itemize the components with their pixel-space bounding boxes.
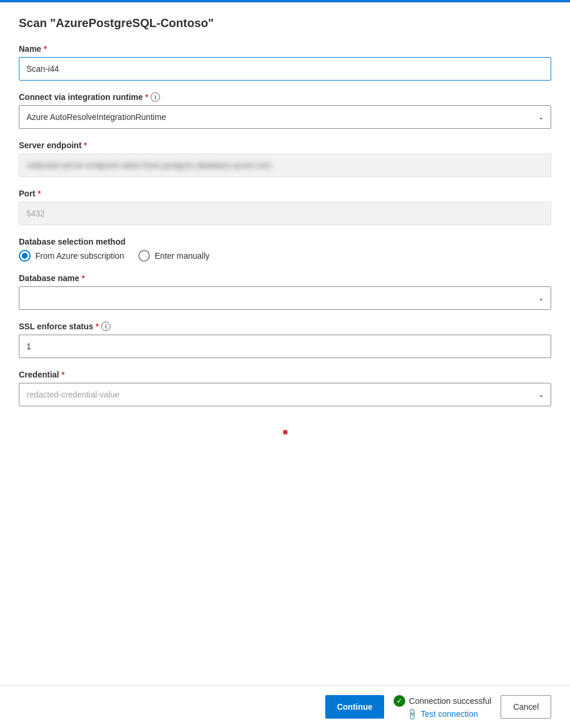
credential-select[interactable]: redacted-credential-value [19,383,551,406]
ssl-required-star: * [96,322,99,331]
connect-runtime-info-icon: i [151,92,160,102]
port-value: 5432 [26,209,544,218]
credential-label: Credential * [19,370,551,379]
radio-from-azure-inner [22,253,28,259]
server-endpoint-input: redacted-server-endpoint-value-here.post… [19,153,551,177]
credential-required-star: * [61,370,64,379]
test-connection-button[interactable]: 🔗 Test connection [407,709,478,719]
connection-success-indicator: ✓ Connection successful [394,695,491,707]
dot-indicator-area [19,418,551,446]
db-name-label: Database name * [19,273,551,283]
db-selection-radio-group: From Azure subscription Enter manually [19,250,551,262]
db-name-select-wrapper: ⌄ [19,286,551,310]
page-title: Scan "AzurePostgreSQL-Contoso" [19,16,551,30]
ssl-input[interactable] [19,335,551,358]
server-endpoint-value: redacted-server-endpoint-value-here.post… [26,161,544,170]
connect-runtime-required-star: * [145,92,148,102]
port-input: 5432 [19,202,551,225]
success-check-icon: ✓ [394,695,405,707]
radio-enter-manually[interactable]: Enter manually [138,250,209,262]
continue-button[interactable]: Continue [325,695,385,719]
credential-field-group: Credential * redacted-credential-value ⌄ [19,370,551,406]
connect-runtime-select[interactable]: Azure AutoResolveIntegrationRuntime [19,105,551,129]
test-connection-icon: 🔗 [405,707,419,720]
name-required-star: * [44,44,46,54]
ssl-field-group: SSL enforce status * i [19,322,551,358]
db-name-select[interactable] [19,286,551,310]
cancel-button[interactable]: Cancel [501,695,551,719]
main-content: Scan "AzurePostgreSQL-Contoso" Name * Co… [0,2,570,685]
ssl-info-icon: i [101,322,111,331]
radio-from-azure-label: From Azure subscription [35,251,124,261]
radio-from-azure-outer[interactable] [19,250,31,262]
port-field-group: Port * 5432 [19,189,551,225]
name-field-group: Name * [19,44,551,81]
server-endpoint-required-star: * [84,141,87,150]
name-label: Name * [19,44,551,54]
footer-center: ✓ Connection successful 🔗 Test connectio… [394,695,491,719]
connect-runtime-field-group: Connect via integration runtime * i Azur… [19,92,551,129]
footer: Continue ✓ Connection successful 🔗 Test … [0,685,570,728]
credential-select-wrapper: redacted-credential-value ⌄ [19,383,551,406]
db-selection-label: Database selection method [19,237,551,246]
server-endpoint-field-group: Server endpoint * redacted-server-endpoi… [19,141,551,177]
radio-enter-manually-outer[interactable] [138,250,150,262]
connect-runtime-label: Connect via integration runtime * i [19,92,551,102]
ssl-label: SSL enforce status * i [19,322,551,331]
db-name-field-group: Database name * ⌄ [19,273,551,310]
radio-enter-manually-label: Enter manually [155,251,209,261]
dot-indicator [283,430,288,435]
db-selection-field-group: Database selection method From Azure sub… [19,237,551,262]
radio-from-azure[interactable]: From Azure subscription [19,250,124,262]
db-name-required-star: * [82,273,85,283]
server-endpoint-label: Server endpoint * [19,141,551,150]
name-input[interactable] [19,57,551,81]
connect-runtime-select-wrapper: Azure AutoResolveIntegrationRuntime ⌄ [19,105,551,129]
port-required-star: * [38,189,41,198]
test-connection-label: Test connection [421,709,478,719]
connection-success-text: Connection successful [409,696,491,706]
port-label: Port * [19,189,551,198]
